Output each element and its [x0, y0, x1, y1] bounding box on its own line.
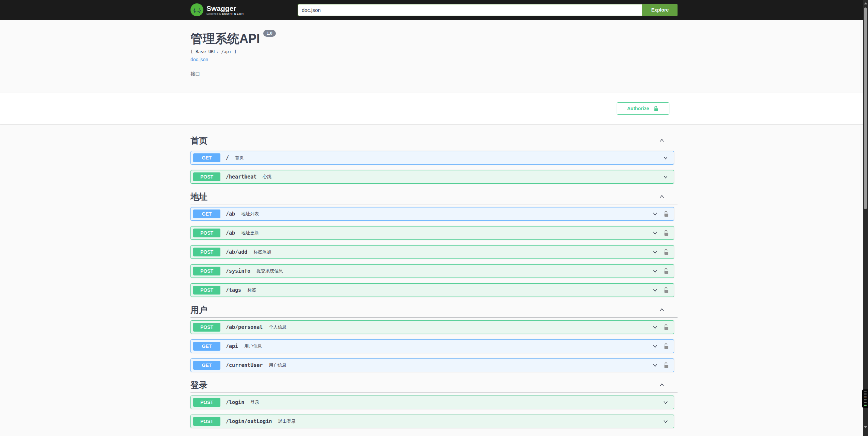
operation-row[interactable]: GET /ab 地址列表: [190, 207, 674, 221]
unlock-icon[interactable]: [664, 343, 669, 350]
url-input[interactable]: [298, 4, 642, 16]
operation-description: 个人信息: [269, 324, 286, 330]
operation-row[interactable]: POST /ab/add 标签添加: [190, 245, 674, 259]
operation-path: /ab/add: [226, 249, 247, 255]
operation-description: 标签: [247, 287, 256, 293]
operation-path: /ab: [226, 211, 235, 217]
chevron-up-icon[interactable]: [658, 306, 665, 313]
tag-section: 用户 POST /ab/personal 个人信息 GET /api 用户信息: [190, 302, 678, 372]
operation-list: GET /ab 地址列表 POST /ab 地址更新 POST /ab/add …: [190, 204, 678, 297]
tag-header[interactable]: 用户: [190, 302, 678, 318]
method-badge: GET: [193, 342, 220, 351]
tag-title: 用户: [190, 304, 207, 316]
minimap-marker: [864, 405, 867, 406]
operation-path: /heartbeat: [226, 174, 256, 180]
chevron-down-icon[interactable]: [652, 230, 658, 236]
scrollbar-thumb[interactable]: [864, 7, 867, 209]
api-title: 管理系统API 1.0: [190, 31, 678, 46]
swagger-logo-subtitle: Supported by SMARTBEAR: [206, 12, 244, 15]
chevron-down-icon[interactable]: [662, 173, 669, 180]
tag-section: 地址 GET /ab 地址列表 POST /ab 地址更新 POST /: [190, 189, 678, 297]
tag-header[interactable]: 地址: [190, 189, 678, 204]
operation-row[interactable]: GET /api 用户信息: [190, 339, 674, 353]
operation-row[interactable]: GET /currentUser 用户信息: [190, 358, 674, 372]
version-badge: 1.0: [263, 30, 276, 37]
minimap-marker: [864, 391, 867, 392]
api-info-section: 管理系统API 1.0 [ Base URL: /api ] doc.json …: [0, 20, 868, 93]
operation-description: 用户信息: [269, 362, 286, 368]
unlock-icon[interactable]: [664, 230, 669, 236]
operation-path: /: [226, 155, 229, 161]
unlock-icon[interactable]: [664, 249, 669, 255]
operation-description: 地址更新: [241, 230, 259, 236]
tag-header[interactable]: 登录: [190, 378, 678, 393]
operation-description: 首页: [235, 155, 244, 161]
operation-row[interactable]: POST /login/outLogin 退出登录: [190, 415, 674, 428]
scrollbar-track[interactable]: [863, 0, 868, 436]
unlock-icon: [654, 105, 659, 112]
explore-button[interactable]: Explore: [642, 4, 678, 16]
tag-header[interactable]: 首页: [190, 133, 678, 148]
operation-description: 标签添加: [253, 249, 271, 255]
scheme-container: Authorize: [0, 93, 868, 124]
scroll-minimap[interactable]: [862, 389, 868, 408]
chevron-down-icon[interactable]: [662, 399, 669, 406]
operation-path: /currentUser: [226, 362, 263, 368]
minimap-marker: [864, 399, 867, 400]
operation-row[interactable]: POST /sysinfo 提交系统信息: [190, 264, 674, 278]
chevron-down-icon[interactable]: [652, 268, 658, 274]
chevron-down-icon[interactable]: [652, 362, 658, 369]
doc-json-link[interactable]: doc.json: [190, 57, 208, 62]
swagger-logo[interactable]: {…} Swagger Supported by SMARTBEAR: [190, 3, 244, 16]
unlock-icon[interactable]: [664, 211, 669, 217]
method-badge: POST: [193, 417, 220, 426]
minimap-marker: [864, 396, 867, 397]
method-badge: POST: [193, 323, 220, 332]
operation-path: /tags: [226, 287, 241, 293]
chevron-up-icon[interactable]: [658, 137, 665, 144]
chevron-down-icon[interactable]: [662, 418, 669, 425]
chevron-down-icon[interactable]: [662, 154, 669, 161]
unlock-icon[interactable]: [664, 324, 669, 331]
sections: 首页 GET / 首页 POST /heartbeat 心跳 地址 GET /a…: [186, 133, 682, 428]
chevron-down-icon[interactable]: [652, 287, 658, 294]
operation-list: POST /login 登录 POST /login/outLogin 退出登录: [190, 393, 678, 428]
operation-row[interactable]: GET / 首页: [190, 151, 674, 165]
swagger-logo-title: Swagger: [206, 5, 244, 12]
chevron-up-icon[interactable]: [658, 193, 665, 200]
operation-row[interactable]: POST /ab 地址更新: [190, 226, 674, 240]
chevron-down-icon[interactable]: [652, 343, 658, 350]
smartbear-label: SMARTBEAR: [222, 12, 244, 15]
api-description: 接口: [190, 71, 678, 77]
operation-path: /login: [226, 399, 244, 405]
operation-description: 提交系统信息: [256, 268, 283, 274]
operation-row[interactable]: POST /ab/personal 个人信息: [190, 320, 674, 334]
base-url: [ Base URL: /api ]: [190, 49, 678, 54]
operation-row[interactable]: POST /tags 标签: [190, 283, 674, 297]
chevron-down-icon[interactable]: [652, 324, 658, 331]
chevron-up-icon[interactable]: [658, 382, 665, 388]
operation-description: 登录: [250, 399, 259, 405]
tag-title: 登录: [190, 380, 207, 391]
unlock-icon[interactable]: [664, 268, 669, 274]
tag-title: 地址: [190, 191, 207, 202]
operation-row[interactable]: POST /heartbeat 心跳: [190, 170, 674, 184]
minimap-marker: [864, 402, 867, 403]
operation-path: /ab: [226, 230, 235, 236]
operation-list: GET / 首页 POST /heartbeat 心跳: [190, 148, 678, 184]
unlock-icon[interactable]: [664, 287, 669, 294]
chevron-down-icon[interactable]: [652, 211, 658, 217]
tag-section: 首页 GET / 首页 POST /heartbeat 心跳: [190, 133, 678, 184]
chevron-down-icon[interactable]: [652, 249, 658, 255]
operation-row[interactable]: POST /login 登录: [190, 396, 674, 409]
operation-path: /login/outLogin: [226, 418, 272, 424]
method-badge: POST: [193, 286, 220, 295]
minimap-marker: [864, 398, 867, 398]
scroll-up-arrow-icon[interactable]: [864, 2, 867, 4]
operations-area: 首页 GET / 首页 POST /heartbeat 心跳 地址 GET /a…: [0, 124, 868, 428]
scroll-down-arrow-icon[interactable]: [864, 426, 867, 428]
method-badge: POST: [193, 267, 220, 275]
operation-path: /ab/personal: [226, 324, 263, 330]
authorize-button[interactable]: Authorize: [617, 102, 669, 115]
unlock-icon[interactable]: [664, 362, 669, 369]
